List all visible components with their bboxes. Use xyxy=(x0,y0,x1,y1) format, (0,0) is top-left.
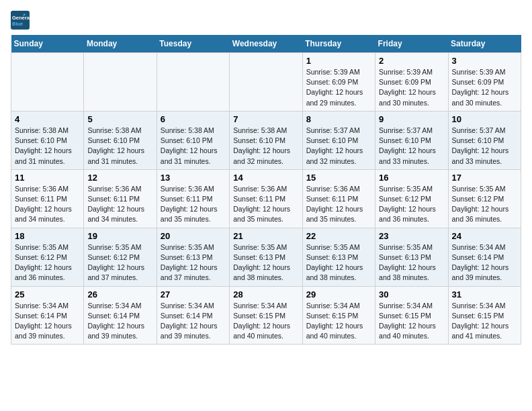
day-info: Sunrise: 5:34 AM Sunset: 6:15 PM Dayligh… xyxy=(452,301,517,342)
day-number: 16 xyxy=(379,173,444,183)
day-info: Sunrise: 5:36 AM Sunset: 6:11 PM Dayligh… xyxy=(87,184,152,225)
day-number: 24 xyxy=(452,231,517,241)
calendar-cell: 17Sunrise: 5:35 AM Sunset: 6:12 PM Dayli… xyxy=(448,169,521,228)
calendar-cell: 26Sunrise: 5:34 AM Sunset: 6:14 PM Dayli… xyxy=(84,286,157,345)
day-number: 10 xyxy=(452,114,517,124)
day-number: 9 xyxy=(379,114,444,124)
day-number: 1 xyxy=(306,56,371,66)
weekday-header: Monday xyxy=(84,35,157,53)
day-info: Sunrise: 5:38 AM Sunset: 6:10 PM Dayligh… xyxy=(87,126,152,167)
calendar-cell xyxy=(11,53,84,111)
day-info: Sunrise: 5:34 AM Sunset: 6:15 PM Dayligh… xyxy=(306,301,371,342)
day-number: 30 xyxy=(379,289,444,300)
day-info: Sunrise: 5:35 AM Sunset: 6:12 PM Dayligh… xyxy=(379,184,444,225)
day-info: Sunrise: 5:35 AM Sunset: 6:13 PM Dayligh… xyxy=(306,242,371,283)
svg-text:General: General xyxy=(12,15,30,21)
calendar-cell: 16Sunrise: 5:35 AM Sunset: 6:12 PM Dayli… xyxy=(375,169,448,228)
day-info: Sunrise: 5:35 AM Sunset: 6:12 PM Dayligh… xyxy=(87,242,152,283)
day-number: 8 xyxy=(306,114,371,124)
calendar-cell: 25Sunrise: 5:34 AM Sunset: 6:14 PM Dayli… xyxy=(11,286,84,345)
day-number: 21 xyxy=(233,231,298,241)
calendar-cell: 10Sunrise: 5:37 AM Sunset: 6:10 PM Dayli… xyxy=(448,111,521,169)
day-number: 4 xyxy=(15,114,80,124)
day-number: 19 xyxy=(87,231,152,241)
day-info: Sunrise: 5:34 AM Sunset: 6:14 PM Dayligh… xyxy=(452,242,517,283)
calendar-cell: 5Sunrise: 5:38 AM Sunset: 6:10 PM Daylig… xyxy=(84,111,157,169)
calendar-cell: 27Sunrise: 5:34 AM Sunset: 6:14 PM Dayli… xyxy=(157,286,229,345)
day-number: 23 xyxy=(379,231,444,241)
calendar-cell: 20Sunrise: 5:35 AM Sunset: 6:13 PM Dayli… xyxy=(157,228,229,286)
day-number: 25 xyxy=(15,289,80,300)
day-info: Sunrise: 5:37 AM Sunset: 6:10 PM Dayligh… xyxy=(306,126,371,167)
day-info: Sunrise: 5:38 AM Sunset: 6:10 PM Dayligh… xyxy=(161,126,226,167)
weekday-header: Tuesday xyxy=(157,35,229,53)
day-info: Sunrise: 5:39 AM Sunset: 6:09 PM Dayligh… xyxy=(379,67,444,108)
day-info: Sunrise: 5:36 AM Sunset: 6:11 PM Dayligh… xyxy=(161,184,226,225)
day-number: 31 xyxy=(452,289,517,300)
calendar-cell xyxy=(230,53,302,111)
day-number: 17 xyxy=(452,173,517,183)
calendar-cell: 14Sunrise: 5:36 AM Sunset: 6:11 PM Dayli… xyxy=(230,169,302,228)
calendar-cell: 3Sunrise: 5:39 AM Sunset: 6:09 PM Daylig… xyxy=(448,53,521,111)
calendar-cell: 23Sunrise: 5:35 AM Sunset: 6:13 PM Dayli… xyxy=(375,228,448,286)
day-info: Sunrise: 5:35 AM Sunset: 6:13 PM Dayligh… xyxy=(379,242,444,283)
day-info: Sunrise: 5:35 AM Sunset: 6:13 PM Dayligh… xyxy=(233,242,298,283)
day-number: 2 xyxy=(379,56,444,66)
calendar-cell: 24Sunrise: 5:34 AM Sunset: 6:14 PM Dayli… xyxy=(448,228,521,286)
weekday-header: Thursday xyxy=(302,35,375,53)
calendar-cell: 6Sunrise: 5:38 AM Sunset: 6:10 PM Daylig… xyxy=(157,111,229,169)
logo-icon: General Blue xyxy=(11,11,30,30)
day-number: 18 xyxy=(15,231,80,241)
day-number: 26 xyxy=(87,289,152,300)
day-number: 20 xyxy=(161,231,226,241)
calendar-cell: 19Sunrise: 5:35 AM Sunset: 6:12 PM Dayli… xyxy=(84,228,157,286)
day-number: 27 xyxy=(161,289,226,300)
day-info: Sunrise: 5:35 AM Sunset: 6:12 PM Dayligh… xyxy=(15,242,80,283)
calendar-cell: 29Sunrise: 5:34 AM Sunset: 6:15 PM Dayli… xyxy=(302,286,375,345)
day-info: Sunrise: 5:36 AM Sunset: 6:11 PM Dayligh… xyxy=(306,184,371,225)
calendar-cell: 4Sunrise: 5:38 AM Sunset: 6:10 PM Daylig… xyxy=(11,111,84,169)
calendar-cell: 28Sunrise: 5:34 AM Sunset: 6:15 PM Dayli… xyxy=(230,286,302,345)
day-info: Sunrise: 5:35 AM Sunset: 6:12 PM Dayligh… xyxy=(452,184,517,225)
calendar-cell: 12Sunrise: 5:36 AM Sunset: 6:11 PM Dayli… xyxy=(84,169,157,228)
calendar-cell: 21Sunrise: 5:35 AM Sunset: 6:13 PM Dayli… xyxy=(230,228,302,286)
weekday-header: Saturday xyxy=(448,35,521,53)
day-number: 22 xyxy=(306,231,371,241)
calendar-cell xyxy=(84,53,157,111)
day-number: 29 xyxy=(306,289,371,300)
calendar-cell: 30Sunrise: 5:34 AM Sunset: 6:15 PM Dayli… xyxy=(375,286,448,345)
day-number: 11 xyxy=(15,173,80,183)
svg-text:Blue: Blue xyxy=(12,21,23,27)
day-info: Sunrise: 5:36 AM Sunset: 6:11 PM Dayligh… xyxy=(233,184,298,225)
day-info: Sunrise: 5:39 AM Sunset: 6:09 PM Dayligh… xyxy=(306,67,371,108)
day-info: Sunrise: 5:34 AM Sunset: 6:14 PM Dayligh… xyxy=(15,301,80,342)
calendar-cell: 2Sunrise: 5:39 AM Sunset: 6:09 PM Daylig… xyxy=(375,53,448,111)
day-number: 7 xyxy=(233,114,298,124)
calendar-cell xyxy=(157,53,229,111)
calendar-cell: 22Sunrise: 5:35 AM Sunset: 6:13 PM Dayli… xyxy=(302,228,375,286)
day-number: 6 xyxy=(161,114,226,124)
day-info: Sunrise: 5:35 AM Sunset: 6:13 PM Dayligh… xyxy=(161,242,226,283)
day-info: Sunrise: 5:34 AM Sunset: 6:14 PM Dayligh… xyxy=(161,301,226,342)
day-info: Sunrise: 5:34 AM Sunset: 6:15 PM Dayligh… xyxy=(379,301,444,342)
calendar-cell: 31Sunrise: 5:34 AM Sunset: 6:15 PM Dayli… xyxy=(448,286,521,345)
day-info: Sunrise: 5:38 AM Sunset: 6:10 PM Dayligh… xyxy=(233,126,298,167)
day-info: Sunrise: 5:34 AM Sunset: 6:15 PM Dayligh… xyxy=(233,301,298,342)
calendar-cell: 15Sunrise: 5:36 AM Sunset: 6:11 PM Dayli… xyxy=(302,169,375,228)
day-info: Sunrise: 5:38 AM Sunset: 6:10 PM Dayligh… xyxy=(15,126,80,167)
day-number: 13 xyxy=(161,173,226,183)
calendar-cell: 13Sunrise: 5:36 AM Sunset: 6:11 PM Dayli… xyxy=(157,169,229,228)
calendar-cell: 18Sunrise: 5:35 AM Sunset: 6:12 PM Dayli… xyxy=(11,228,84,286)
calendar-cell: 8Sunrise: 5:37 AM Sunset: 6:10 PM Daylig… xyxy=(302,111,375,169)
day-info: Sunrise: 5:37 AM Sunset: 6:10 PM Dayligh… xyxy=(452,126,517,167)
weekday-header: Sunday xyxy=(11,35,84,53)
day-number: 5 xyxy=(87,114,152,124)
day-info: Sunrise: 5:37 AM Sunset: 6:10 PM Dayligh… xyxy=(379,126,444,167)
day-info: Sunrise: 5:36 AM Sunset: 6:11 PM Dayligh… xyxy=(15,184,80,225)
calendar-cell: 7Sunrise: 5:38 AM Sunset: 6:10 PM Daylig… xyxy=(230,111,302,169)
calendar-cell: 9Sunrise: 5:37 AM Sunset: 6:10 PM Daylig… xyxy=(375,111,448,169)
weekday-header: Friday xyxy=(375,35,448,53)
day-number: 12 xyxy=(87,173,152,183)
day-number: 15 xyxy=(306,173,371,183)
day-number: 3 xyxy=(452,56,517,66)
